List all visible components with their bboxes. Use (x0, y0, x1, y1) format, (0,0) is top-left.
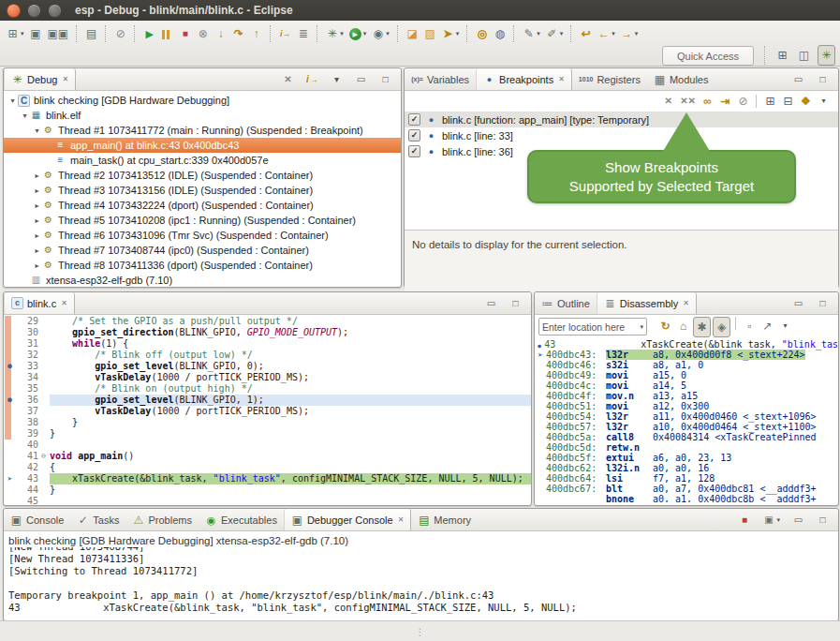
export-button[interactable]: ↗ (759, 317, 775, 335)
combo-dropdown-icon[interactable]: ▾ (640, 323, 643, 331)
maximize-button[interactable]: □ (815, 294, 831, 313)
step-return-button[interactable]: ↑ (248, 24, 264, 43)
instruction-stepping-button[interactable]: i→ (304, 70, 320, 89)
tab-blink-c[interactable]: cblink.c✕ (4, 292, 75, 314)
close-tab-icon[interactable]: ✕ (62, 75, 68, 83)
tab-debugger-console[interactable]: ▣Debugger Console✕ (284, 509, 411, 530)
location-input[interactable]: Enter location here ▾ (538, 318, 647, 335)
close-tab-icon[interactable]: ✕ (683, 299, 689, 307)
gutter-marker[interactable]: ➤ (4, 473, 16, 484)
dropdown-arrow-icon[interactable]: ▾ (21, 30, 24, 37)
display-console-button[interactable]: ▣▾ (760, 511, 782, 529)
terminate-button[interactable]: ■ (177, 24, 193, 43)
sash-handle-icon[interactable]: ⋮ (416, 627, 425, 637)
gutter-marker[interactable] (4, 451, 16, 462)
minimize-button[interactable]: ▭ (790, 294, 806, 313)
gutter-marker[interactable] (4, 428, 16, 440)
tab-outline[interactable]: ≔Outline (535, 292, 597, 314)
step-over-button[interactable]: ↷ (230, 24, 246, 43)
forward-button[interactable]: →▾ (619, 24, 641, 43)
open-web-button[interactable]: ◍ (492, 24, 508, 43)
suspend-button[interactable] (159, 24, 175, 43)
debug-tree-item[interactable]: ▾▦blink.elf (4, 108, 401, 123)
open-perspective-button[interactable]: ⊞ (774, 46, 790, 65)
disassembly-listing[interactable]: ●43 xTaskCreate(&blink_task, "blink_tas➤… (535, 338, 838, 502)
new-wizard-button[interactable]: ⊞▾ (5, 24, 26, 43)
tab-disassembly[interactable]: ≣Disassembly✕ (597, 292, 697, 314)
copy-button[interactable]: ▫ (742, 317, 758, 335)
view-menu-button[interactable]: ▾ (329, 70, 345, 89)
maximize-button[interactable]: □ (815, 511, 831, 529)
collapse-all-button[interactable]: ⊟ (780, 92, 796, 111)
remove-terminated-button[interactable]: ✕ (280, 70, 296, 89)
gutter-marker[interactable] (4, 440, 16, 451)
maximize-button[interactable]: □ (377, 70, 393, 89)
window-maximize-button[interactable] (48, 4, 62, 18)
expander-icon[interactable]: ▸ (32, 186, 42, 195)
gutter-marker[interactable] (4, 496, 16, 505)
tab-tasks[interactable]: ✓Tasks (70, 509, 125, 530)
debug-tree-item[interactable]: ▸⚙Thread #8 1073411336 (dport) (Suspende… (4, 258, 401, 273)
gutter-marker[interactable] (4, 406, 16, 417)
debug-perspective-button[interactable]: ✳ (818, 45, 835, 66)
debug-tree-item[interactable]: ▸⚙Thread #5 1073410208 (ipc1 : Running) … (4, 213, 401, 228)
remove-all-button[interactable]: ✕✕ (678, 92, 698, 111)
group-by-button[interactable]: ❖ (798, 92, 814, 111)
view-menu-button[interactable]: ▾ (816, 92, 832, 111)
dropdown-arrow-icon[interactable]: ▾ (560, 30, 564, 37)
minimize-button[interactable]: ▭ (353, 70, 369, 89)
show-supported-button[interactable]: ∞ (700, 92, 715, 111)
gutter-marker[interactable] (4, 350, 16, 361)
next-annotation-button[interactable]: ✎▾ (521, 24, 542, 43)
debug-tree-item[interactable]: ≡app_main() at blink.c:43 0x400dbc43 (4, 138, 401, 153)
dropdown-arrow-icon[interactable]: ▾ (386, 30, 390, 37)
gutter-marker[interactable] (4, 372, 16, 383)
code-editor[interactable]: 29 /* Set the GPIO as a push/pull output… (4, 315, 531, 505)
expander-icon[interactable]: ▸ (32, 216, 42, 225)
expander-icon[interactable]: ▸ (32, 246, 42, 255)
dropdown-arrow-icon[interactable]: ▾ (635, 30, 639, 37)
toggle-source-button[interactable]: ✱ (693, 317, 711, 337)
minimize-button[interactable]: ▭ (790, 70, 806, 89)
dropdown-arrow-icon[interactable]: ▾ (363, 30, 367, 37)
tab-problems[interactable]: ⚠Problems (125, 509, 198, 530)
tab-variables[interactable]: (x)=Variables (405, 68, 476, 90)
toggle-symbols-button[interactable]: ◈ (713, 317, 730, 337)
debug-tree-item[interactable]: ▥xtensa-esp32-elf-gdb (7.10) (4, 273, 401, 288)
run-button[interactable]: ▶▾ (347, 24, 369, 43)
gutter-marker[interactable] (4, 383, 16, 395)
window-minimize-button[interactable] (27, 4, 41, 18)
tab-breakpoints[interactable]: ●Breakpoints✕ (476, 68, 572, 90)
external-tools-button[interactable]: ◉▾ (370, 24, 391, 43)
home-button[interactable]: ⌂ (675, 317, 691, 335)
breakpoint-checkbox[interactable]: ✓ (408, 113, 420, 126)
view-menu-button[interactable]: ▾ (777, 317, 793, 335)
debug-tree-item[interactable]: ▸⚙Thread #3 1073413156 (IDLE) (Suspended… (4, 183, 401, 198)
dropdown-arrow-icon[interactable]: ▾ (340, 30, 344, 37)
gutter-marker[interactable] (4, 484, 16, 496)
back-button[interactable]: ←▾ (596, 24, 617, 43)
launch-config-button[interactable]: ➤▾ (440, 24, 462, 43)
dropdown-arrow-icon[interactable]: ▾ (612, 30, 615, 37)
cpp-perspective-button[interactable]: ◫ (796, 46, 812, 65)
fold-collapse-icon[interactable]: ⊖ (41, 451, 50, 462)
save-all-button[interactable]: ▣▣ (46, 24, 71, 43)
resume-button[interactable]: ▶ (141, 24, 157, 43)
tab-debug[interactable]: ✳Debug✕ (4, 68, 76, 90)
expander-icon[interactable]: ▾ (32, 127, 42, 135)
console-output[interactable]: [New Thread 1073408744][New Thread 10734… (4, 547, 838, 617)
maximize-button[interactable]: □ (508, 294, 523, 313)
expander-icon[interactable]: ▸ (32, 231, 42, 240)
expander-icon[interactable]: ▸ (32, 261, 42, 270)
expander-icon[interactable]: ▾ (20, 112, 30, 120)
tab-modules[interactable]: ▦Modules (647, 68, 715, 90)
refresh-button[interactable]: ↻ (657, 317, 673, 335)
show-debug-context-button[interactable]: ≣ (295, 24, 311, 43)
search-button[interactable]: ◎ (474, 24, 490, 43)
close-tab-icon[interactable]: ✕ (558, 75, 565, 83)
breakpoint-checkbox[interactable]: ✓ (408, 129, 420, 142)
dropdown-arrow-icon[interactable]: ▾ (456, 30, 460, 37)
gutter-marker[interactable]: ● (4, 361, 16, 372)
window-close-button[interactable] (7, 4, 21, 18)
breakpoint-marker-icon[interactable]: ● (7, 395, 12, 404)
